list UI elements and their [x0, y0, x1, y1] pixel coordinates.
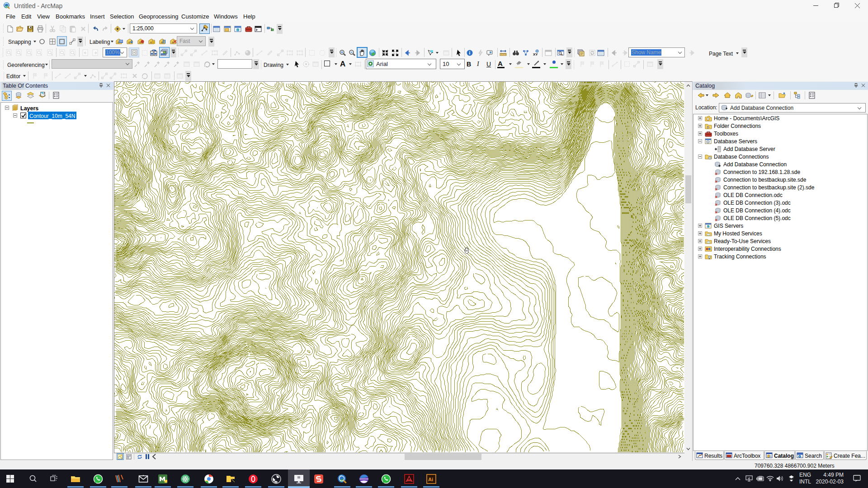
- svg-text:Ai: Ai: [428, 477, 433, 482]
